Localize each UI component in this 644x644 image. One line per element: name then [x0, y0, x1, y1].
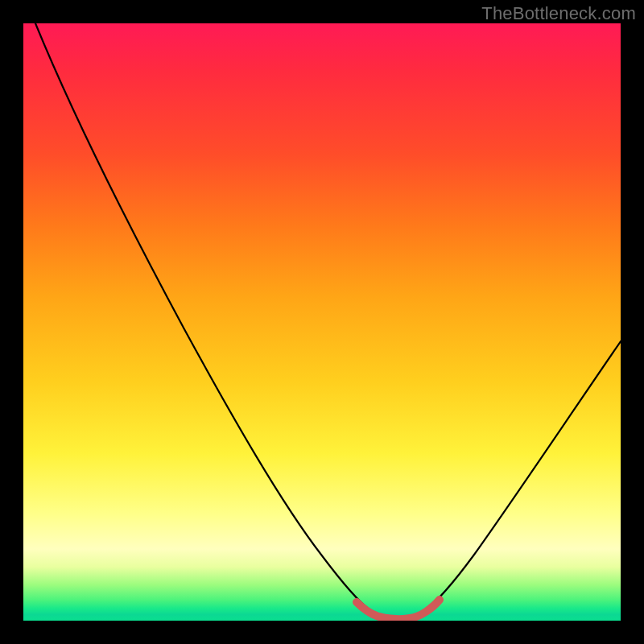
gradient-plot-area	[23, 23, 621, 621]
curve-overlay	[23, 23, 621, 621]
bottleneck-curve	[35, 23, 621, 617]
watermark-text: TheBottleneck.com	[481, 3, 636, 24]
bottom-marker	[357, 600, 440, 619]
chart-frame: TheBottleneck.com	[0, 0, 644, 644]
